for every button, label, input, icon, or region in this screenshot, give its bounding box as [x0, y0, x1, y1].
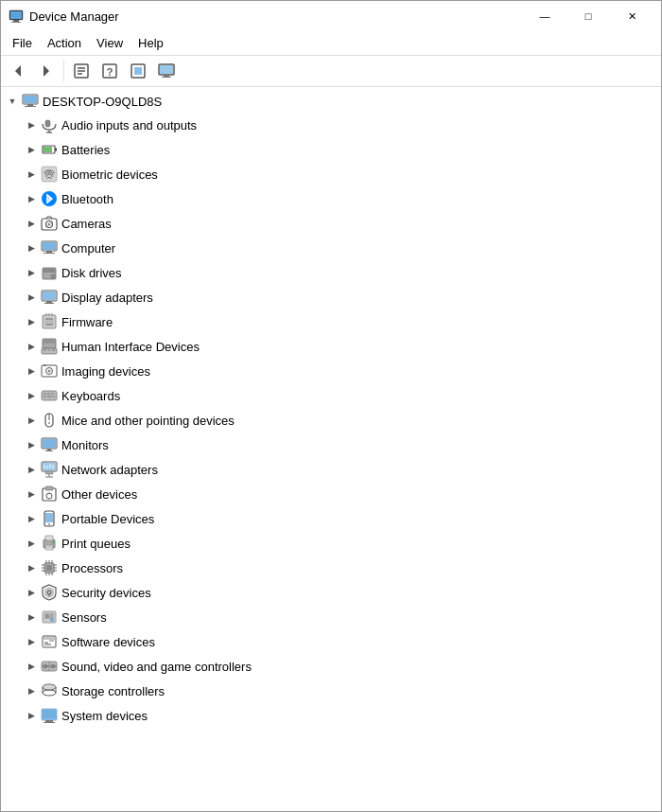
mice-row[interactable]: ▶ Mice and other pointing devices: [20, 409, 661, 432]
close-button[interactable]: ✕: [610, 1, 653, 31]
portable-icon: [41, 510, 58, 527]
forward-button[interactable]: [33, 59, 60, 83]
sound-row[interactable]: ▶: [20, 655, 661, 678]
window-title: Device Manager: [29, 9, 119, 24]
minimize-button[interactable]: —: [523, 1, 566, 31]
sensors-label: Sensors: [61, 610, 107, 625]
monitors-row[interactable]: ▶ Monitors: [20, 433, 661, 456]
svg-rect-16: [164, 75, 169, 77]
svg-rect-41: [44, 269, 55, 273]
computer-item-icon: [41, 239, 58, 256]
menu-action[interactable]: Action: [40, 33, 89, 53]
list-item: ▶ Computer: [20, 236, 661, 260]
svg-rect-47: [44, 303, 54, 304]
network-row[interactable]: ▶: [20, 458, 661, 481]
firmware-row[interactable]: ▶ Firmwa: [20, 310, 661, 333]
processor-expand-icon: ▶: [24, 560, 39, 575]
list-item: ▶: [20, 383, 661, 408]
computer-button[interactable]: [153, 59, 180, 83]
list-item: ▶ Sensors: [20, 605, 661, 629]
menu-view[interactable]: View: [89, 33, 131, 53]
system-row[interactable]: ▶ System devices: [20, 704, 661, 727]
hid-icon: [41, 338, 58, 355]
print-row[interactable]: ▶ Print queues: [20, 532, 661, 555]
audio-label: Audio inputs and outputs: [61, 118, 197, 132]
imaging-expand-icon: ▶: [24, 363, 39, 379]
batteries-icon: [41, 141, 58, 158]
cameras-icon: [41, 215, 58, 232]
menu-bar: File Action View Help: [1, 31, 661, 56]
monitors-label: Monitors: [61, 438, 109, 452]
firmware-icon: [41, 313, 58, 330]
security-row[interactable]: ▶ Security devices: [20, 581, 661, 604]
mice-expand-icon: ▶: [24, 413, 39, 428]
svg-point-131: [48, 668, 50, 670]
batteries-row[interactable]: ▶ Batteries: [20, 138, 661, 161]
computer-expand-icon: ▶: [24, 240, 39, 256]
list-item: ▶ Disk drives: [20, 260, 661, 285]
biometric-label: Biometric devices: [61, 168, 158, 182]
list-item: ▶ Mice and other pointing devices: [20, 408, 661, 432]
list-item: ▶ Firmwa: [20, 309, 661, 334]
svg-rect-65: [44, 393, 46, 395]
svg-rect-46: [46, 301, 52, 303]
display-row[interactable]: ▶ Display adapters: [20, 286, 661, 309]
menu-help[interactable]: Help: [131, 33, 171, 53]
mice-icon: [41, 412, 58, 429]
properties-button[interactable]: [68, 59, 95, 83]
help-button[interactable]: ?: [96, 59, 123, 83]
system-label: System devices: [61, 709, 148, 723]
list-item: ▶: [20, 654, 661, 679]
list-item: ▶ Batteries: [20, 137, 661, 162]
hid-row[interactable]: ▶ Human: [20, 335, 661, 358]
processor-row[interactable]: ▶: [20, 556, 661, 579]
other-expand-icon: ▶: [24, 486, 39, 502]
mice-label: Mice and other pointing devices: [61, 414, 235, 428]
sensors-icon: [41, 609, 58, 626]
storage-row[interactable]: ▶ Storage controllers: [20, 680, 661, 702]
sensors-row[interactable]: ▶ Sensors: [20, 606, 661, 628]
cameras-row[interactable]: ▶ Cameras: [20, 212, 661, 235]
biometric-row[interactable]: ▶ Biometric devices: [20, 163, 661, 185]
software-icon: [41, 633, 58, 650]
processor-label: Processors: [61, 561, 123, 575]
batteries-expand-icon: ▶: [24, 142, 39, 157]
root-icon: [22, 93, 39, 110]
portable-row[interactable]: ▶ Portable Devices: [20, 507, 661, 530]
bluetooth-row[interactable]: ▶ Bluetooth: [20, 187, 661, 210]
computer-row[interactable]: ▶ Computer: [20, 237, 661, 259]
svg-rect-17: [162, 77, 171, 78]
svg-point-130: [48, 662, 50, 664]
other-row[interactable]: ▶ Other devices: [20, 483, 661, 505]
back-button[interactable]: [5, 59, 31, 83]
biometric-icon: [41, 166, 58, 183]
storage-icon: [41, 682, 58, 699]
audio-row[interactable]: ▶ Audio inputs and outputs: [20, 114, 661, 136]
list-item: ▶ Portable Devices: [20, 506, 661, 531]
device-tree-content[interactable]: ▼ DESKTOP-O9QLD8S: [1, 87, 661, 811]
svg-rect-39: [44, 253, 55, 254]
imaging-icon: [41, 362, 58, 380]
menu-file[interactable]: File: [5, 33, 40, 53]
update-button[interactable]: [125, 59, 151, 83]
sound-icon: [41, 658, 58, 675]
computer-icon: [158, 62, 175, 79]
list-item: ▶ Human: [20, 334, 661, 359]
bluetooth-label: Bluetooth: [61, 192, 113, 206]
software-row[interactable]: ▶ Software devices: [20, 630, 661, 653]
computer-item-label: Computer: [61, 241, 115, 256]
biometric-expand-icon: ▶: [24, 167, 39, 182]
monitors-expand-icon: ▶: [24, 437, 39, 452]
keyboards-row[interactable]: ▶: [20, 384, 661, 407]
svg-rect-45: [43, 291, 56, 300]
maximize-button[interactable]: □: [566, 1, 610, 31]
svg-rect-2: [13, 20, 19, 22]
audio-icon: [41, 116, 58, 133]
imaging-row[interactable]: ▶ Imaging devices: [20, 360, 661, 382]
list-item: ▶: [20, 556, 661, 580]
list-item: ▶ Biometric devices: [20, 162, 661, 186]
root-row[interactable]: ▼ DESKTOP-O9QLD8S: [1, 90, 661, 113]
svg-point-136: [43, 684, 56, 690]
svg-rect-75: [43, 439, 56, 448]
disk-row[interactable]: ▶ Disk drives: [20, 261, 661, 284]
